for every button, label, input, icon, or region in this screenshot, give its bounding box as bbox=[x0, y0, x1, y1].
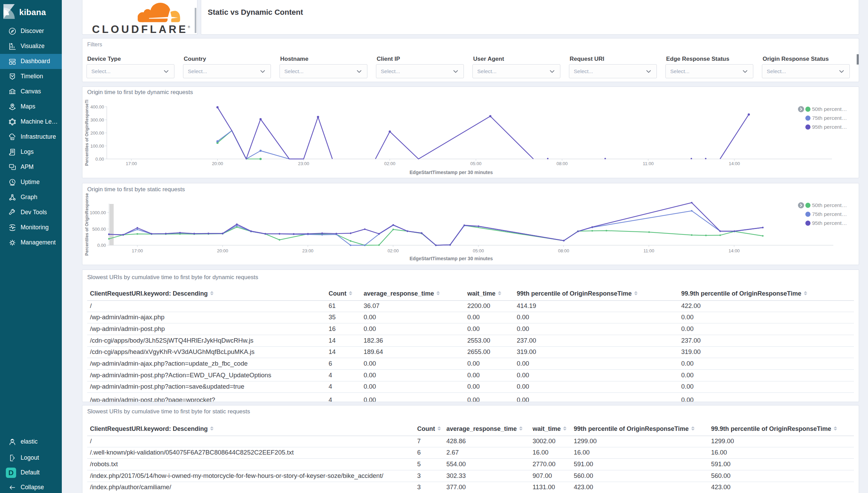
svg-text:500.00: 500.00 bbox=[92, 227, 106, 232]
svg-text:08:00: 08:00 bbox=[558, 248, 569, 253]
svg-text:EdgeStartTimestamp per 30 minu: EdgeStartTimestamp per 30 minutes bbox=[410, 170, 493, 175]
svg-text:02:00: 02:00 bbox=[384, 161, 396, 166]
svg-text:EdgeStartTimestamp per 30 minu: EdgeStartTimestamp per 30 minutes bbox=[410, 256, 493, 261]
svg-text:95th percent…: 95th percent… bbox=[812, 124, 847, 130]
svg-text:50th percent…: 50th percent… bbox=[812, 202, 847, 208]
svg-text:05:00: 05:00 bbox=[470, 161, 482, 166]
svg-text:300.00: 300.00 bbox=[90, 117, 104, 123]
svg-text:75th percent…: 75th percent… bbox=[812, 211, 847, 217]
svg-text:400.00: 400.00 bbox=[90, 104, 104, 110]
svg-text:100.00: 100.00 bbox=[90, 144, 104, 149]
svg-text:17:00: 17:00 bbox=[126, 161, 137, 166]
svg-text:02:00: 02:00 bbox=[388, 248, 399, 253]
svg-text:50th percent…: 50th percent… bbox=[812, 106, 847, 112]
svg-text:23:00: 23:00 bbox=[298, 161, 309, 166]
svg-text:95th percent…: 95th percent… bbox=[812, 220, 847, 226]
svg-text:1000.00: 1000.00 bbox=[90, 210, 106, 215]
svg-text:Percentiles of OriginResponse: Percentiles of OriginResponse bbox=[84, 193, 89, 256]
svg-text:200.00: 200.00 bbox=[90, 130, 104, 136]
svg-text:11:00: 11:00 bbox=[643, 161, 654, 166]
svg-text:20:00: 20:00 bbox=[212, 161, 223, 166]
svg-text:0.00: 0.00 bbox=[95, 157, 104, 162]
svg-text:Percentiles of OriginResponseT: Percentiles of OriginResponseTi bbox=[84, 100, 89, 166]
svg-text:05:00: 05:00 bbox=[473, 248, 484, 253]
svg-text:14:00: 14:00 bbox=[729, 161, 740, 166]
svg-text:0.00: 0.00 bbox=[97, 243, 106, 248]
svg-text:14:00: 14:00 bbox=[729, 248, 740, 253]
svg-text:11:00: 11:00 bbox=[643, 248, 654, 253]
svg-text:08:00: 08:00 bbox=[557, 161, 568, 166]
svg-text:23:00: 23:00 bbox=[302, 248, 313, 253]
svg-text:20:00: 20:00 bbox=[217, 248, 228, 253]
svg-text:17:00: 17:00 bbox=[132, 248, 143, 253]
svg-text:75th percent…: 75th percent… bbox=[812, 115, 847, 121]
